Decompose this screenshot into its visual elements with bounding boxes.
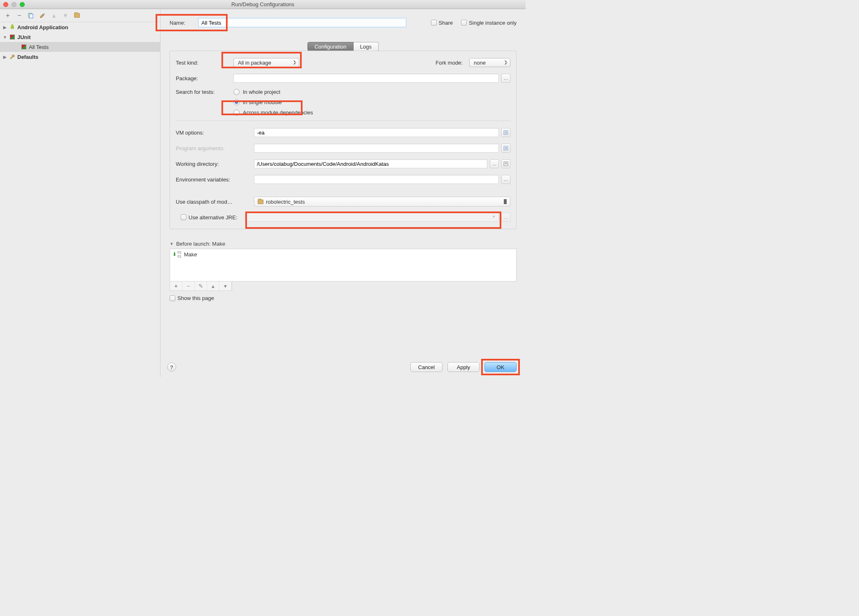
vm-options-label: VM options:: [176, 130, 254, 136]
browse-package-button[interactable]: …: [501, 74, 510, 83]
before-launch-toolbar: + − ✎ ▴ ▾: [170, 281, 232, 291]
help-button[interactable]: ?: [167, 363, 176, 372]
search-for-tests-label: Search for tests:: [176, 88, 233, 95]
tree-label: Defaults: [17, 54, 38, 60]
show-this-page-label: Show this page: [177, 295, 214, 301]
before-launch-header[interactable]: ▼ Before launch: Make: [170, 241, 517, 247]
edit-defaults-icon[interactable]: [39, 12, 46, 19]
move-down-icon: ▾: [62, 12, 69, 19]
sidebar-toolbar: + − ▴ ▾: [0, 9, 160, 22]
alt-jre-label: Use alternative JRE:: [189, 214, 237, 221]
svg-point-6: [13, 25, 13, 26]
package-input[interactable]: [233, 74, 499, 83]
fork-mode-value: none: [474, 60, 486, 66]
main-panel: Name: Share Single instance only Configu…: [161, 9, 526, 377]
tree-junit[interactable]: ▼ JUnit: [0, 32, 160, 42]
footer: ? Cancel Apply OK: [161, 362, 517, 372]
share-checkbox[interactable]: Share: [431, 20, 453, 26]
expand-program-args-button[interactable]: [501, 144, 510, 153]
ok-button[interactable]: OK: [484, 362, 517, 372]
radio-label: Across module dependencies: [243, 109, 313, 116]
single-instance-checkbox[interactable]: Single instance only: [461, 20, 517, 26]
move-task-up-button: ▴: [207, 281, 219, 291]
svg-point-2: [44, 13, 45, 14]
working-dir-label: Working directory:: [176, 161, 254, 167]
disclosure-triangle-icon: ▼: [170, 242, 174, 246]
tree-label: All Tests: [29, 44, 49, 50]
browse-working-dir-button[interactable]: …: [490, 159, 499, 168]
make-label: Make: [184, 251, 197, 258]
module-folder-icon: [258, 200, 263, 204]
divider: [176, 121, 510, 121]
fork-mode-select[interactable]: none ▴▾: [469, 58, 510, 67]
classpath-module-select[interactable]: robolectric_tests ▴▾: [254, 197, 510, 207]
cancel-button[interactable]: Cancel: [410, 362, 442, 372]
browse-env-vars-button[interactable]: …: [501, 175, 510, 184]
move-up-icon: ▴: [50, 12, 58, 19]
make-icon: ⬇: [172, 251, 177, 257]
classpath-value: robolectric_tests: [266, 199, 305, 205]
before-launch-list[interactable]: ⬇ 0101 Make: [170, 249, 517, 281]
tabs: Configuration Logs: [170, 42, 517, 51]
tab-configuration[interactable]: Configuration: [307, 42, 353, 51]
name-label: Name:: [170, 20, 185, 26]
sidebar: + − ▴ ▾ ▶ Android Application: [0, 9, 161, 377]
add-config-icon[interactable]: +: [4, 12, 12, 19]
junit-icon: [21, 44, 27, 50]
program-args-input[interactable]: [254, 144, 499, 153]
window-title: Run/Debug Configurations: [0, 1, 526, 7]
radio-across-modules[interactable]: Across module dependencies: [233, 109, 313, 116]
radio-label: In single module: [243, 99, 282, 105]
tree-android-application[interactable]: ▶ Android Application: [0, 22, 160, 32]
working-dir-macro-button[interactable]: [501, 159, 510, 168]
expand-vm-options-button[interactable]: [501, 128, 510, 137]
program-args-label: Program arguments:: [176, 145, 254, 151]
test-kind-label: Test kind:: [176, 60, 233, 66]
tree-all-tests[interactable]: All Tests: [0, 42, 160, 52]
android-icon: [9, 24, 16, 30]
titlebar: Run/Debug Configurations: [0, 0, 526, 9]
vm-options-input[interactable]: [254, 128, 499, 137]
tree-label: JUnit: [17, 34, 31, 40]
edit-task-button: ✎: [195, 281, 207, 291]
test-kind-select[interactable]: All in package ▴▾: [233, 58, 299, 67]
before-launch-section: ▼ Before launch: Make ⬇ 0101 Make + − ✎ …: [170, 241, 517, 301]
before-launch-item-make[interactable]: ⬇ 0101 Make: [170, 249, 516, 260]
tab-logs[interactable]: Logs: [354, 42, 379, 51]
move-task-down-button: ▾: [219, 281, 232, 291]
alt-jre-select: [245, 213, 499, 222]
config-tree[interactable]: ▶ Android Application ▼ JUnit All Tests …: [0, 22, 160, 377]
svg-point-4: [11, 24, 14, 27]
single-instance-label: Single instance only: [469, 20, 517, 26]
share-label: Share: [439, 20, 453, 26]
folder-icon[interactable]: [73, 12, 81, 19]
config-panel: Test kind: All in package ▴▾ Fork mode: …: [170, 51, 517, 229]
junit-icon: [9, 34, 16, 40]
test-kind-value: All in package: [238, 60, 271, 66]
svg-rect-1: [30, 14, 33, 18]
radio-single-module[interactable]: In single module: [233, 99, 313, 105]
apply-button[interactable]: Apply: [447, 362, 480, 372]
package-label: Package:: [176, 75, 233, 81]
remove-config-icon[interactable]: −: [16, 12, 23, 19]
show-this-page-checkbox[interactable]: Show this page: [170, 295, 517, 301]
browse-alt-jre-button: …: [501, 213, 510, 222]
working-dir-input[interactable]: [254, 159, 487, 168]
name-input[interactable]: [198, 18, 406, 27]
alt-jre-checkbox[interactable]: Use alternative JRE:: [181, 214, 237, 221]
tree-defaults[interactable]: ▶ Defaults: [0, 52, 160, 62]
header-options: Share Single instance only: [431, 20, 517, 26]
radio-whole-project[interactable]: In whole project: [233, 89, 313, 95]
remove-task-button: −: [182, 281, 195, 291]
radio-label: In whole project: [243, 89, 280, 95]
env-vars-label: Environment variables:: [176, 177, 254, 183]
add-task-button[interactable]: +: [170, 281, 182, 291]
env-vars-input[interactable]: [254, 175, 499, 184]
tree-label: Android Application: [17, 24, 68, 30]
before-launch-title: Before launch: Make: [176, 241, 225, 247]
fork-mode-label: Fork mode:: [435, 60, 463, 66]
copy-config-icon[interactable]: [27, 12, 35, 19]
wrench-icon: [9, 53, 16, 60]
svg-point-5: [12, 25, 12, 26]
classpath-label: Use classpath of mod…: [176, 199, 254, 205]
